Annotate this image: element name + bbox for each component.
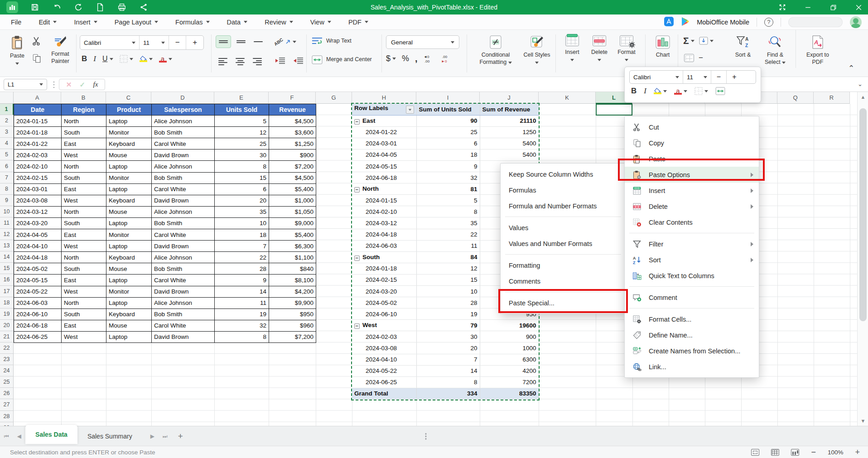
- pivot-label-cell[interactable]: 2024-01-15: [352, 195, 416, 206]
- cell[interactable]: Bob Smith: [152, 309, 215, 320]
- cell[interactable]: East: [62, 229, 106, 241]
- pivot-revenue-cell[interactable]: 5400: [480, 149, 539, 160]
- pivot-label-cell[interactable]: −West: [352, 320, 416, 331]
- cell[interactable]: South: [62, 263, 106, 275]
- column-header-D[interactable]: D: [151, 92, 214, 104]
- restore-window-icon[interactable]: [828, 2, 838, 12]
- cell[interactable]: $1,050: [269, 206, 316, 217]
- select-all-corner[interactable]: [0, 92, 14, 104]
- align-right-button[interactable]: [250, 55, 265, 68]
- cell[interactable]: Alice Johnson: [152, 206, 215, 217]
- context-menu-item-delete[interactable]: Delete: [625, 198, 759, 214]
- pivot-label-cell[interactable]: 2024-02-10: [352, 206, 416, 217]
- cell[interactable]: 18: [215, 229, 269, 241]
- align-left-button[interactable]: [216, 55, 230, 68]
- cell[interactable]: David Brown: [152, 149, 215, 161]
- italic-button[interactable]: I: [93, 54, 96, 63]
- cell[interactable]: David Brown: [152, 195, 215, 206]
- table-row[interactable]: 2024-03-20SouthLaptopBob Smith10$9,000: [14, 217, 316, 229]
- user-avatar[interactable]: [850, 16, 862, 28]
- cell[interactable]: Monitor: [106, 172, 152, 183]
- cell[interactable]: 2024-03-08: [14, 195, 62, 206]
- pivot-label-cell[interactable]: 2024-04-10: [352, 354, 416, 365]
- cell[interactable]: West: [62, 331, 106, 342]
- menu-insert[interactable]: Insert: [74, 19, 97, 26]
- pivot-label-cell[interactable]: 2024-05-15: [352, 160, 416, 172]
- align-middle-button[interactable]: [234, 35, 248, 48]
- mini-decrease-font-button[interactable]: −: [711, 71, 727, 83]
- cell[interactable]: $4,200: [269, 286, 316, 297]
- cancel-entry-icon[interactable]: ✕: [66, 81, 72, 89]
- submenu-item-keep-source-column-widths[interactable]: Keep Source Column Widths: [501, 166, 626, 182]
- cell[interactable]: $840: [269, 263, 316, 275]
- cell[interactable]: 2024-06-25: [14, 331, 62, 342]
- cell[interactable]: 2024-03-12: [14, 206, 62, 217]
- delete-cells-button[interactable]: Delete: [587, 30, 612, 77]
- pivot-revenue-cell[interactable]: 1000: [480, 342, 539, 354]
- cell[interactable]: $4,500: [269, 116, 316, 127]
- pivot-label-cell[interactable]: Grand Total: [352, 388, 416, 399]
- row-header-13[interactable]: 13: [0, 240, 14, 251]
- cell[interactable]: $900: [269, 149, 316, 161]
- cell[interactable]: Alice Johnson: [152, 252, 215, 263]
- table-row[interactable]: 2024-04-05EastMonitorCarol White18$5,400: [14, 229, 316, 241]
- cell[interactable]: 2024-06-10: [14, 309, 62, 320]
- table-row[interactable]: 2024-06-10SouthKeyboardBob Smith19$950: [14, 309, 316, 320]
- cell[interactable]: Alice Johnson: [152, 297, 215, 309]
- column-header-K[interactable]: K: [539, 92, 596, 104]
- menu-review[interactable]: Review: [265, 19, 293, 26]
- pivot-units-cell[interactable]: 8: [416, 206, 480, 217]
- align-top-button[interactable]: [251, 35, 265, 48]
- row-header-9[interactable]: 9: [0, 195, 14, 206]
- zoom-out-icon[interactable]: −: [811, 448, 816, 457]
- row-header-16[interactable]: 16: [0, 274, 14, 285]
- close-icon[interactable]: [854, 2, 863, 12]
- cell[interactable]: $7,200: [269, 331, 316, 342]
- cell[interactable]: South: [62, 217, 106, 229]
- cell[interactable]: 15: [215, 172, 269, 183]
- menu-file[interactable]: File: [11, 19, 21, 26]
- pivot-units-cell[interactable]: 32: [416, 172, 480, 183]
- cell[interactable]: 2024-01-18: [14, 127, 62, 138]
- pivot-label-cell[interactable]: −South: [352, 251, 416, 263]
- cell[interactable]: Mouse: [106, 149, 152, 161]
- row-header-4[interactable]: 4: [0, 138, 14, 149]
- menu-pdf[interactable]: PDF: [348, 19, 368, 26]
- cell[interactable]: Mouse: [106, 206, 152, 217]
- cell[interactable]: $1,250: [269, 138, 316, 149]
- submenu-item-paste-special[interactable]: Paste Special...: [501, 295, 626, 311]
- table-row[interactable]: 2024-04-10WestLaptopDavid Brown7$6,300: [14, 241, 316, 252]
- cell[interactable]: North: [62, 297, 106, 309]
- pivot-units-cell[interactable]: 12: [416, 263, 480, 274]
- align-bottom-button[interactable]: [216, 35, 231, 48]
- align-center-button[interactable]: [233, 55, 247, 68]
- cell[interactable]: 2024-04-05: [14, 229, 62, 241]
- cell-styles-button[interactable]: Cell Styles: [521, 30, 553, 77]
- help-icon[interactable]: ?: [764, 18, 773, 27]
- table-row[interactable]: 2024-02-10NorthLaptopAlice Johnson8$7,20…: [14, 161, 316, 172]
- increase-indent-button[interactable]: [291, 54, 306, 69]
- pivot-revenue-cell[interactable]: 5400: [480, 138, 539, 149]
- pivot-label-cell[interactable]: 2024-03-01: [352, 138, 416, 149]
- row-header-10[interactable]: 10: [0, 206, 14, 217]
- row-header-20[interactable]: 20: [0, 320, 14, 331]
- filter-dropdown-icon[interactable]: [406, 106, 414, 114]
- cell[interactable]: Mouse: [106, 320, 152, 331]
- cell[interactable]: West: [62, 149, 106, 161]
- cell[interactable]: $9,900: [269, 297, 316, 309]
- save-icon[interactable]: [30, 2, 40, 12]
- context-menu-item-quick-text-to-columns[interactable]: Quick Text to Columns: [625, 268, 759, 284]
- cell[interactable]: 20: [215, 195, 269, 206]
- cell[interactable]: 8: [215, 161, 269, 172]
- percent-format-button[interactable]: %: [402, 54, 409, 63]
- submenu-item-formula-and-number-formats[interactable]: Formula and Number Formats: [501, 198, 626, 214]
- format-painter-button[interactable]: Format Painter: [46, 30, 74, 77]
- row-header-26[interactable]: 26: [0, 388, 14, 399]
- undo-icon[interactable]: [52, 2, 62, 12]
- cell[interactable]: Laptop: [106, 116, 152, 127]
- pivot-revenue-cell[interactable]: 1250: [480, 126, 539, 138]
- cell[interactable]: 2024-04-10: [14, 241, 62, 252]
- cell[interactable]: Keyboard: [106, 138, 152, 149]
- row-header-15[interactable]: 15: [0, 263, 14, 274]
- pivot-label-cell[interactable]: 2024-06-03: [352, 240, 416, 251]
